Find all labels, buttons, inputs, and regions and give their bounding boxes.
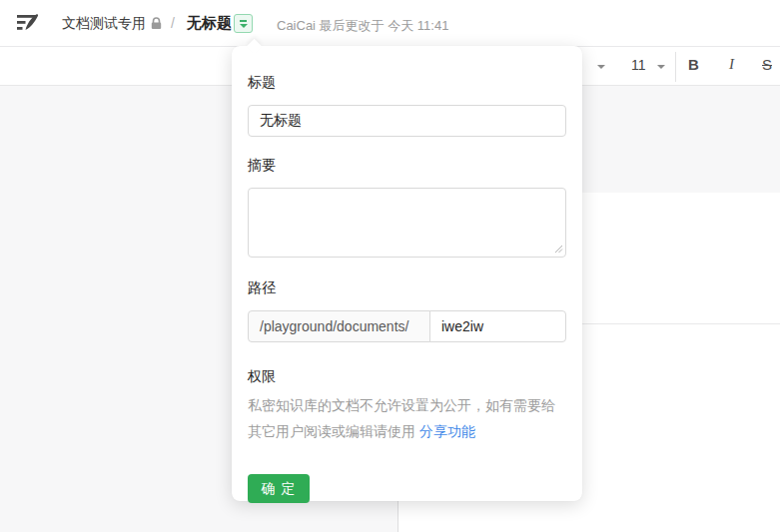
- permission-field-label: 权限: [248, 366, 566, 386]
- font-size-select[interactable]: 11: [631, 57, 646, 73]
- title-input[interactable]: [248, 105, 566, 137]
- share-feature-link[interactable]: 分享功能: [419, 423, 475, 439]
- doc-settings-popover: 标题 摘要 路径 /playground/documents/ 权限 私密知识库…: [232, 46, 582, 501]
- app-logo-icon[interactable]: [17, 12, 39, 34]
- toolbar-divider: [675, 52, 676, 82]
- permission-description: 私密知识库的文档不允许设置为公开，如有需要给其它用户阅读或编辑请使用 分享功能: [248, 392, 566, 444]
- title-field-label: 标题: [248, 72, 566, 92]
- lock-icon: [150, 17, 163, 30]
- chevron-down-icon[interactable]: [657, 65, 665, 69]
- top-header: 文档测试专用 / 无标题 CaiCai 最后更改于 今天 11:41: [0, 0, 780, 47]
- doc-settings-dropdown-button[interactable]: [234, 14, 253, 33]
- summary-textarea[interactable]: [248, 188, 566, 258]
- caret-down-icon: [240, 24, 248, 28]
- resize-grip-icon[interactable]: [554, 245, 563, 254]
- strikethrough-button[interactable]: S: [762, 56, 772, 73]
- permission-description-text: 私密知识库的文档不允许设置为公开，如有需要给其它用户阅读或编辑请使用: [248, 397, 555, 439]
- chevron-down-icon[interactable]: [597, 65, 605, 69]
- path-field-label: 路径: [248, 277, 566, 297]
- path-input-group: /playground/documents/: [248, 310, 566, 342]
- path-prefix-addon: /playground/documents/: [248, 310, 430, 342]
- confirm-button[interactable]: 确 定: [248, 474, 310, 503]
- breadcrumb-workspace[interactable]: 文档测试专用: [62, 15, 146, 33]
- italic-button[interactable]: I: [729, 56, 734, 73]
- app-window: t 11 B I S 文档测试专用 / 无标题 CaiCai 最后更改于 今天 …: [0, 0, 780, 532]
- breadcrumb-separator: /: [171, 15, 175, 31]
- last-modified-text: CaiCai 最后更改于 今天 11:41: [277, 17, 448, 35]
- breadcrumb-doc-title: 无标题: [187, 14, 232, 33]
- bold-button[interactable]: B: [688, 56, 699, 73]
- summary-field-label: 摘要: [248, 155, 566, 175]
- caret-bar-icon: [240, 20, 247, 22]
- path-slug-input[interactable]: [429, 310, 566, 342]
